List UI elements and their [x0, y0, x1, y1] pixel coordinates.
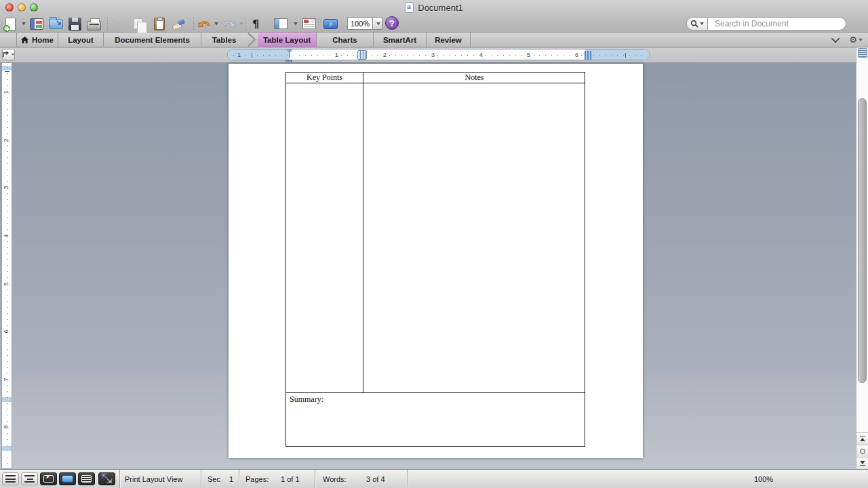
tab-stop-selector[interactable] — [2, 49, 15, 60]
tab-table-layout[interactable]: Table Layout — [258, 33, 317, 47]
tab-review[interactable]: Review — [427, 33, 471, 47]
zoom-value-field[interactable]: 100% — [347, 17, 373, 30]
notebook-layout-view-button[interactable] — [78, 472, 95, 485]
notes-header-cell[interactable]: Notes — [363, 73, 586, 82]
notebook-layout-icon — [81, 475, 92, 483]
horizontal-ruler[interactable]: 1 1 2 3 4 5 6 — [227, 49, 650, 60]
tab-charts[interactable]: Charts — [317, 33, 374, 47]
collapse-ribbon-button[interactable] — [831, 35, 840, 43]
undo-dropdown[interactable] — [212, 16, 218, 32]
search-scope-button[interactable] — [686, 17, 708, 30]
print-layout-view-button[interactable] — [59, 472, 76, 485]
search-dropdown-arrow — [700, 22, 704, 25]
section-value: 1 — [229, 475, 233, 483]
tab-tables[interactable]: Tables — [201, 33, 247, 47]
toolbar-separator — [193, 18, 194, 30]
status-separator — [315, 470, 315, 488]
redo-dropdown[interactable] — [237, 16, 243, 32]
publishing-layout-icon — [43, 475, 54, 483]
pages-value[interactable]: 1 of 1 — [281, 475, 300, 483]
summary-label-cell[interactable]: Summary: — [290, 395, 323, 404]
copy-button[interactable] — [134, 16, 142, 32]
tab-label: Tables — [212, 36, 237, 44]
search-area — [686, 17, 846, 30]
toolbox-button[interactable] — [302, 16, 316, 32]
vertical-scrollbar[interactable] — [856, 47, 868, 469]
zoom-combo: 100% — [347, 17, 382, 30]
key-points-header-cell[interactable]: Key Points — [286, 73, 363, 82]
zoom-dropdown-button[interactable] — [373, 17, 382, 30]
ruler-number: 1 — [236, 52, 242, 59]
status-separator — [407, 470, 408, 488]
notes-table[interactable]: Key Points Notes Summary: — [285, 72, 585, 447]
format-brush-icon — [171, 18, 184, 30]
status-separator — [119, 470, 120, 488]
media-browser-button[interactable]: ♪ — [323, 16, 338, 32]
print-button[interactable] — [87, 16, 101, 32]
scrollbar-thumb[interactable] — [858, 98, 867, 383]
publishing-layout-view-button[interactable] — [40, 472, 57, 485]
ruler-number: 2 — [382, 52, 388, 59]
outline-view-icon — [24, 475, 35, 483]
titlebar[interactable]: Document1 — [0, 0, 868, 15]
vertical-ruler[interactable]: 1 2 3 4 5 6 7 8 — [1, 62, 12, 469]
save-button[interactable] — [68, 16, 81, 32]
open-folder-icon — [49, 19, 63, 29]
toolbar-separator — [245, 18, 246, 30]
table-column-marker[interactable] — [357, 50, 367, 60]
next-page-button[interactable] — [856, 457, 868, 469]
table-column-border — [363, 73, 363, 392]
ruler-number: 5 — [3, 281, 9, 287]
full-screen-view-button[interactable] — [98, 472, 115, 485]
ruler-number: 5 — [526, 52, 532, 59]
first-line-indent-marker[interactable] — [286, 49, 293, 54]
undo-button[interactable] — [197, 16, 212, 32]
help-question-icon: ? — [389, 18, 395, 28]
ribbon-tab-bar: Home Layout Document Elements Tables Tab… — [0, 33, 868, 47]
ruler-number: 1 — [334, 52, 340, 59]
ruler-number: 1 — [3, 89, 9, 95]
window-title: Document1 — [418, 3, 462, 13]
standard-toolbar: ✂ ¶ ♪ 100% ? — [0, 15, 868, 33]
words-label: Words: — [323, 475, 347, 483]
words-value[interactable]: 3 of 4 — [366, 475, 385, 483]
paste-button[interactable] — [154, 16, 165, 32]
help-button[interactable]: ? — [385, 16, 399, 30]
open-button[interactable] — [49, 16, 63, 32]
show-gallery-button[interactable] — [30, 16, 43, 32]
tab-layout[interactable]: Layout — [58, 33, 104, 47]
browse-object-icon — [860, 449, 865, 454]
new-document-dropdown[interactable] — [20, 16, 26, 32]
ruler-number: 2 — [3, 137, 9, 143]
new-plus-icon — [3, 25, 10, 32]
redo-button[interactable] — [221, 16, 236, 32]
sidebar-pane-dropdown[interactable] — [292, 16, 298, 32]
show-formatting-marks-button[interactable]: ¶ — [252, 16, 259, 32]
tab-document-elements[interactable]: Document Elements — [104, 33, 201, 47]
cut-button[interactable]: ✂ — [113, 16, 123, 32]
ribbon-settings-button[interactable]: ⚙ — [849, 35, 863, 45]
pilcrow-icon: ¶ — [252, 18, 259, 30]
search-input[interactable] — [708, 17, 846, 30]
tab-label: Charts — [332, 36, 357, 44]
gear-icon: ⚙ — [849, 35, 857, 45]
tab-label: Review — [435, 36, 462, 44]
save-floppy-icon — [68, 18, 81, 30]
select-browse-object-button[interactable] — [856, 445, 868, 457]
document-page[interactable]: Key Points Notes Summary: — [229, 64, 643, 458]
sidebar-pane-button[interactable] — [274, 16, 288, 32]
draft-view-button[interactable] — [2, 472, 19, 485]
tab-smartart[interactable]: SmartArt — [374, 33, 427, 47]
right-margin-marker[interactable] — [585, 51, 591, 60]
section-label: Sec — [208, 475, 220, 483]
contextual-tab-chevron-icon — [247, 33, 258, 47]
previous-page-button[interactable] — [856, 432, 868, 445]
ruler-number: 8 — [3, 424, 9, 430]
format-painter-button[interactable] — [171, 16, 184, 32]
ruler-number: 7 — [3, 376, 9, 382]
copy-icon — [134, 18, 142, 29]
ruler-toggle-button[interactable] — [858, 48, 867, 58]
outline-view-button[interactable] — [21, 472, 38, 485]
new-document-button[interactable] — [5, 16, 16, 32]
tab-home[interactable]: Home — [16, 33, 58, 47]
